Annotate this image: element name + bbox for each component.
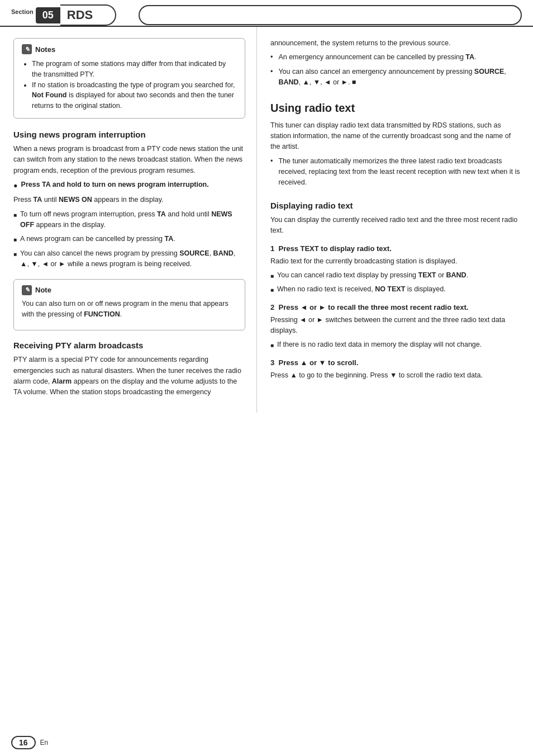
step3-body: Press ▲ to go to the beginning. Press ▼ … bbox=[270, 370, 522, 381]
step3-heading: 3 Press ▲ or ▼ to scroll. bbox=[270, 358, 522, 367]
square-icon-2: ■ bbox=[13, 235, 17, 244]
section-number: 05 bbox=[36, 7, 60, 23]
news-bullet-1-text: To turn off news program interruption, p… bbox=[20, 209, 245, 231]
pty-bullet-2: • You can also cancel an emergency annou… bbox=[270, 67, 522, 88]
step3-num: 3 bbox=[270, 358, 278, 367]
note-box: ✎ Note You can also turn on or off news … bbox=[13, 279, 245, 331]
radio-text-bullet-dot: • bbox=[270, 156, 273, 188]
news-bullet-1: ■ To turn off news program interruption,… bbox=[13, 209, 245, 231]
notes-list: The program of some stations may differ … bbox=[22, 59, 237, 111]
note-title: ✎ Note bbox=[22, 285, 237, 295]
square-icon-3: ■ bbox=[13, 250, 17, 270]
step2-bullet-1-text: If there is no radio text data in memory… bbox=[277, 339, 482, 350]
displaying-section: Displaying radio text You can display th… bbox=[270, 201, 522, 381]
radio-text-bullet-1-text: The tuner automatically memorizes the th… bbox=[278, 156, 522, 188]
section-title: RDS bbox=[60, 4, 116, 26]
radio-text-section: Using radio text This tuner can display … bbox=[270, 102, 522, 188]
step3-container: 3 Press ▲ or ▼ to scroll. Press ▲ to go … bbox=[270, 358, 522, 381]
page-number: 16 bbox=[11, 736, 36, 749]
step2-body: Pressing ◄ or ► switches between the cur… bbox=[270, 315, 522, 337]
note-icon: ✎ bbox=[22, 285, 32, 295]
step2-num: 2 bbox=[270, 303, 278, 311]
page-footer: 16 En bbox=[11, 736, 48, 749]
news-bullet-3: ■ You can also cancel the news program b… bbox=[13, 248, 245, 270]
step1-bullet-2: ■ When no radio text is received, NO TEX… bbox=[270, 284, 522, 295]
step1-sq-2: ■ bbox=[270, 286, 274, 295]
note-text: You can also turn on or off news program… bbox=[22, 299, 237, 320]
news-section-heading: Using news program interruption bbox=[13, 130, 245, 139]
news-bullet-2-text: A news program can be cancelled by press… bbox=[20, 234, 175, 244]
news-bullet-2: ■ A news program can be cancelled by pre… bbox=[13, 234, 245, 244]
radio-text-heading: Using radio text bbox=[270, 102, 522, 115]
header-right-box bbox=[139, 5, 522, 25]
pty-body: PTY alarm is a special PTY code for anno… bbox=[13, 355, 245, 398]
radio-text-bullet-1: • The tuner automatically memorizes the … bbox=[270, 156, 522, 188]
pty-bullet-1: • An emergency announcement can be cance… bbox=[270, 52, 522, 63]
pty-bullet-dot-1: • bbox=[270, 52, 273, 63]
notes-box: ✎ Notes The program of some stations may… bbox=[13, 38, 245, 119]
news-step1-text: Press TA and hold to turn on news progra… bbox=[21, 179, 209, 191]
section-box: Section 05 RDS bbox=[11, 4, 127, 26]
news-intro: When a news program is broadcast from a … bbox=[13, 144, 245, 176]
news-bullet-3-text: You can also cancel the news program by … bbox=[20, 248, 245, 270]
main-content: ✎ Notes The program of some stations may… bbox=[0, 27, 533, 413]
step1-body: Radio text for the currently broadcastin… bbox=[270, 256, 522, 267]
section-label: Section bbox=[11, 8, 34, 15]
pty-continued: announcement, the system returns to the … bbox=[270, 38, 522, 49]
news-step1-body: Press TA until NEWS ON appears in the di… bbox=[13, 195, 245, 205]
notes-icon: ✎ bbox=[22, 44, 32, 54]
step3-heading-text: Press ▲ or ▼ to scroll. bbox=[278, 358, 358, 367]
step1-bullet-1-text: You can cancel radio text display by pre… bbox=[277, 270, 468, 281]
pty-section-heading: Receiving PTY alarm broadcasts bbox=[13, 341, 245, 350]
bullet-dot-1: ● bbox=[13, 181, 18, 191]
pty-bullet-1-text: An emergency announcement can be cancell… bbox=[278, 52, 476, 63]
notes-item-1: The program of some stations may differ … bbox=[32, 59, 237, 80]
step1-heading: 1 Press TEXT to display radio text. bbox=[270, 244, 522, 253]
displaying-intro: You can display the currently received r… bbox=[270, 215, 522, 237]
right-column: announcement, the system returns to the … bbox=[257, 27, 533, 413]
step2-heading-text: Press ◄ or ► to recall the three most re… bbox=[278, 303, 468, 311]
square-icon-1: ■ bbox=[13, 211, 17, 231]
pty-bullet-2-text: You can also cancel an emergency announc… bbox=[278, 67, 522, 88]
step1-bullet-2-text: When no radio text is received, NO TEXT … bbox=[277, 284, 446, 295]
step1-sq-1: ■ bbox=[270, 272, 274, 281]
left-column: ✎ Notes The program of some stations may… bbox=[0, 27, 257, 413]
step1-heading-text: Press TEXT to display radio text. bbox=[278, 244, 391, 253]
news-step1-heading: ● Press TA and hold to turn on news prog… bbox=[13, 179, 245, 191]
pty-bullet-dot-2: • bbox=[270, 67, 273, 88]
step1-num: 1 bbox=[270, 244, 278, 253]
radio-text-intro: This tuner can display radio text data t… bbox=[270, 120, 522, 153]
note-heading: Note bbox=[35, 286, 51, 294]
step2-sq-1: ■ bbox=[270, 341, 274, 350]
notes-item-2: If no station is broadcasting the type o… bbox=[32, 80, 237, 111]
step2-bullet-1: ■ If there is no radio text data in memo… bbox=[270, 339, 522, 350]
displaying-heading: Displaying radio text bbox=[270, 201, 522, 210]
notes-heading: Notes bbox=[35, 45, 55, 54]
footer-language: En bbox=[40, 739, 49, 746]
notes-title: ✎ Notes bbox=[22, 44, 237, 54]
step2-heading: 2 Press ◄ or ► to recall the three most … bbox=[270, 303, 522, 311]
step1-container: 1 Press TEXT to display radio text. Radi… bbox=[270, 244, 522, 295]
step2-container: 2 Press ◄ or ► to recall the three most … bbox=[270, 303, 522, 351]
step1-bullet-1: ■ You can cancel radio text display by p… bbox=[270, 270, 522, 281]
page-header: Section 05 RDS bbox=[0, 0, 533, 27]
